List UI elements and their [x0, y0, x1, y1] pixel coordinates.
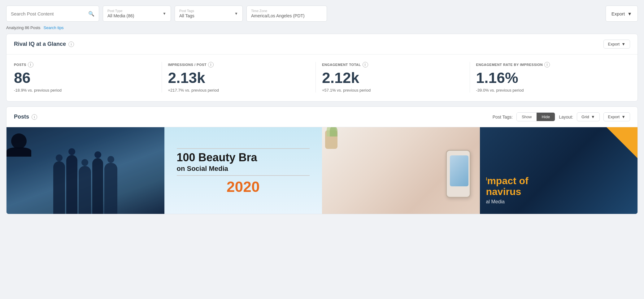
post-2-subtitle: on Social Media [177, 165, 310, 173]
stat-engagement-total: ENGAGEMENT TOTAL i 2.12k +57.1% vs. prev… [322, 62, 470, 93]
stat-impressions-label: IMPRESSIONS / POST [168, 63, 207, 67]
stat-posts-label: POSTS [14, 63, 26, 67]
stat-engagement-rate-label: ENGAGEMENT RATE BY IMPRESSION [476, 63, 543, 67]
layout-label: Layout: [559, 115, 573, 119]
glance-info-icon[interactable]: i [68, 41, 74, 47]
toolbar: 🔍 Post Type All Media (86) ▼ Post Tags A… [0, 0, 644, 24]
chevron-down-icon-3: ▼ [627, 11, 632, 16]
timezone-label: Time Zone [251, 9, 305, 13]
stat-engagement-total-info-icon[interactable]: i [363, 62, 368, 67]
posts-info-icon[interactable]: i [32, 114, 37, 120]
post-4-accent-triangle [607, 127, 637, 158]
stat-engagement-rate-info-icon[interactable]: i [544, 62, 550, 67]
post-4-text: Impact of navirus al Media [486, 176, 632, 205]
posts-tags-label: Post Tags: [493, 115, 513, 119]
stat-impressions-value: 2.13k [168, 71, 310, 85]
stat-impressions-change: +217.7% vs. previous period [168, 88, 310, 93]
main-content: Rival IQ at a Glance i Export ▼ POSTS i … [0, 34, 644, 225]
post-type-label: Post Type [107, 9, 134, 13]
post-type-dropdown[interactable]: Post Type All Media (86) ▼ [103, 6, 171, 22]
post-4-desc: al Media [486, 199, 632, 205]
post-2-year: 2020 [177, 178, 310, 195]
stat-engagement-rate: ENGAGEMENT RATE BY IMPRESSION i 1.16% -3… [476, 62, 630, 93]
search-input[interactable] [11, 11, 88, 16]
search-tips-link[interactable]: Search tips [44, 25, 64, 30]
post-type-value: All Media (86) [107, 13, 134, 18]
layout-value: Grid [581, 115, 589, 119]
post-card-1[interactable] [7, 127, 164, 214]
stat-posts-change: -18.9% vs. previous period [14, 88, 155, 93]
post-tags-label: Post Tags [179, 9, 194, 13]
posts-export-button[interactable]: Export ▼ [603, 112, 630, 121]
post-2-title: 100 Beauty Bra [177, 151, 310, 164]
posts-card-header: Posts i Post Tags: Show Hide Layout: Gri… [7, 107, 637, 127]
search-box[interactable]: 🔍 [6, 6, 99, 22]
chevron-down-icon: ▼ [163, 11, 166, 16]
post-card-3[interactable] [322, 127, 480, 214]
glance-card-header: Rival IQ at a Glance i Export ▼ [7, 34, 637, 54]
stat-engagement-total-change: +57.1% vs. previous period [322, 88, 463, 93]
hide-toggle-button[interactable]: Hide [537, 113, 555, 121]
stat-posts: POSTS i 86 -18.9% vs. previous period [14, 62, 162, 93]
stat-posts-value: 86 [14, 71, 155, 85]
timezone-value: America/Los Angeles (PDT) [251, 13, 305, 18]
timezone-dropdown[interactable]: Time Zone America/Los Angeles (PDT) [246, 6, 327, 22]
post-card-4[interactable]: Impact of navirus al Media [480, 127, 638, 214]
chevron-down-icon-6: ▼ [621, 115, 625, 119]
export-label: Export [611, 11, 625, 16]
stat-impressions: IMPRESSIONS / POST i 2.13k +217.7% vs. p… [168, 62, 316, 93]
post-tags-value: All Tags [179, 13, 194, 18]
glance-export-label: Export [608, 42, 620, 46]
export-button[interactable]: Export ▼ [606, 6, 638, 22]
stat-posts-info-icon[interactable]: i [28, 62, 33, 67]
posts-card: Posts i Post Tags: Show Hide Layout: Gri… [6, 106, 638, 214]
posts-grid: 100 Beauty Bra on Social Media 2020 [7, 127, 637, 214]
stats-grid: POSTS i 86 -18.9% vs. previous period IM… [7, 54, 637, 101]
sub-toolbar: Analyzing 86 Posts Search tips [0, 24, 644, 34]
layout-dropdown[interactable]: Grid ▼ [577, 112, 599, 121]
chevron-down-icon-5: ▼ [591, 115, 595, 119]
glance-card: Rival IQ at a Glance i Export ▼ POSTS i … [6, 34, 638, 102]
show-toggle-button[interactable]: Show [517, 113, 537, 121]
posts-title-text: Posts [14, 114, 29, 120]
analyzing-text: Analyzing 86 Posts [6, 25, 41, 30]
posts-controls: Post Tags: Show Hide Layout: Grid ▼ Expo… [493, 112, 630, 121]
post-tags-dropdown[interactable]: Post Tags All Tags ▼ [175, 6, 243, 22]
glance-export-button[interactable]: Export ▼ [603, 40, 630, 49]
stat-engagement-rate-value: 1.16% [476, 71, 624, 85]
glance-card-title: Rival IQ at a Glance [14, 41, 66, 47]
stat-impressions-info-icon[interactable]: i [208, 62, 214, 67]
chevron-down-icon-2: ▼ [234, 11, 238, 16]
post-card-2[interactable]: 100 Beauty Bra on Social Media 2020 [164, 127, 322, 214]
stat-engagement-total-label: ENGAGEMENT TOTAL [322, 63, 361, 67]
posts-export-label: Export [608, 115, 620, 119]
chevron-down-icon-4: ▼ [621, 42, 625, 46]
stat-engagement-rate-change: -39.0% vs. previous period [476, 88, 624, 93]
post-tags-toggle-group: Show Hide [516, 112, 555, 121]
stat-engagement-total-value: 2.12k [322, 71, 463, 85]
search-icon: 🔍 [88, 11, 94, 17]
